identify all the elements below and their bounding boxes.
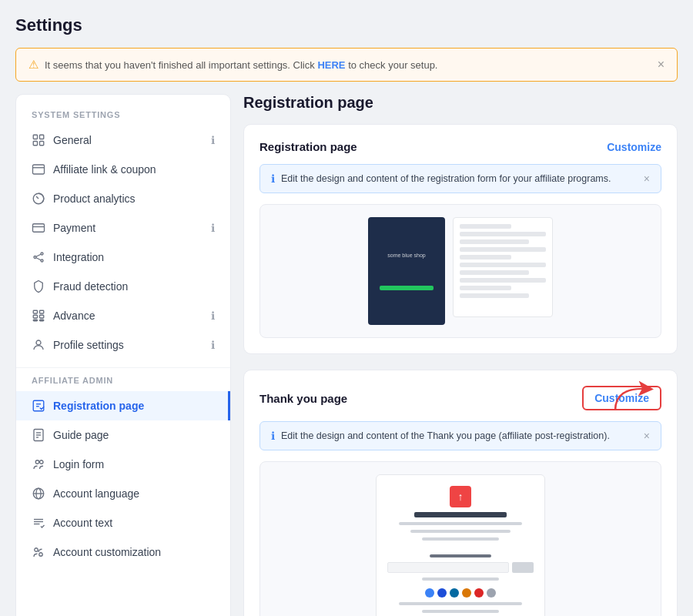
alert-message: It seems that you haven't finished all i… (45, 59, 437, 71)
sidebar-item-label: Profile settings (53, 339, 124, 351)
sidebar-item-label: Account text (53, 517, 112, 529)
sidebar-item-label: Login form (53, 458, 104, 470)
svg-rect-1 (40, 135, 44, 139)
sidebar-item-registration-page[interactable]: Registration page (16, 391, 230, 420)
sidebar-item-profile-settings[interactable]: Profile settings ℹ (16, 330, 230, 360)
sidebar-item-label: General (53, 134, 92, 146)
guide-page-icon (32, 428, 45, 442)
svg-rect-17 (40, 315, 44, 318)
info-icon: ℹ (211, 134, 215, 146)
svg-rect-18 (33, 320, 37, 321)
reg-logo-text: some blue shop (387, 253, 425, 258)
registration-card-title: Registration page (259, 140, 357, 153)
sidebar-item-label: Account language (53, 487, 139, 500)
alert-close-button[interactable]: × (658, 58, 665, 72)
registration-info-text: Edit the design and content of the regis… (281, 173, 611, 184)
svg-point-11 (41, 259, 43, 262)
registration-page-card: Registration page Customize ℹ Edit the d… (243, 124, 678, 354)
reg-green-bar (380, 286, 434, 290)
ty-red-icon: ↑ (450, 486, 471, 507)
registration-page-icon (32, 399, 45, 413)
info-icon: ℹ (211, 310, 215, 322)
info-circle-icon: ℹ (271, 172, 275, 185)
svg-line-13 (36, 258, 41, 260)
sidebar-item-integration[interactable]: Integration (16, 243, 230, 272)
sidebar-divider (16, 367, 230, 368)
thankyou-preview-area: ↑ (259, 461, 661, 616)
info-icon: ℹ (211, 222, 215, 234)
sidebar-item-account-customization[interactable]: Account customization (16, 537, 230, 567)
affiliate-link-icon (32, 162, 45, 176)
info-icon: ℹ (211, 339, 215, 351)
main-layout: SYSTEM SETTINGS General ℹ Affiliate link… (15, 94, 678, 616)
profile-settings-icon (32, 338, 45, 352)
svg-point-37 (39, 553, 43, 557)
sidebar-item-label: Advance (53, 310, 95, 322)
sidebar-item-label: Fraud detection (53, 280, 128, 293)
svg-point-29 (40, 460, 44, 464)
svg-rect-4 (33, 165, 45, 174)
reg-preview-dark-panel: some blue shop (368, 217, 445, 325)
thankyou-preview: ↑ (260, 462, 661, 616)
integration-icon (32, 250, 45, 264)
registration-preview-area: some blue shop (259, 204, 661, 338)
payment-icon (32, 221, 45, 235)
alert-banner: ⚠ It seems that you haven't finished all… (15, 48, 678, 82)
sidebar-item-payment[interactable]: Payment ℹ (16, 213, 230, 243)
reg-preview-form (453, 217, 553, 317)
svg-rect-19 (40, 320, 44, 321)
warning-icon: ⚠ (28, 58, 38, 72)
registration-preview: some blue shop (260, 205, 661, 337)
registration-info-close-button[interactable]: × (644, 172, 650, 185)
registration-info-banner: ℹ Edit the design and content of the reg… (259, 164, 661, 193)
svg-point-36 (35, 548, 38, 552)
sidebar-item-guide-page[interactable]: Guide page (16, 420, 230, 450)
sidebar-item-label: Payment (53, 222, 95, 234)
thankyou-info-close-button[interactable]: × (644, 430, 650, 442)
page-title: Settings (15, 15, 678, 35)
svg-rect-16 (33, 315, 37, 318)
sidebar-item-affiliate-link[interactable]: Affiliate link & coupon (16, 155, 230, 184)
sidebar-item-account-language[interactable]: Account language (16, 479, 230, 508)
sidebar-item-label: Registration page (53, 400, 144, 412)
ty-preview-card: ↑ (376, 474, 545, 616)
svg-rect-21 (33, 400, 44, 411)
sidebar-item-fraud-detection[interactable]: Fraud detection (16, 272, 230, 301)
login-form-icon (32, 457, 45, 471)
sidebar-item-label: Product analytics (53, 192, 136, 205)
fraud-detection-icon (32, 280, 45, 293)
general-icon (32, 133, 45, 147)
svg-rect-15 (40, 310, 44, 313)
sidebar-item-label: Account customization (53, 546, 161, 558)
info-circle-icon-2: ℹ (271, 430, 275, 442)
sidebar-item-account-text[interactable]: Account text (16, 508, 230, 537)
thankyou-info-text: Edit the design and content of the Thank… (281, 430, 610, 441)
content-header: Registration page (243, 94, 678, 112)
registration-customize-button[interactable]: Customize (607, 141, 661, 153)
svg-point-28 (35, 460, 39, 464)
thankyou-page-card: Thank you page Customize ℹ Edit the desi… (243, 370, 678, 616)
advance-icon (32, 309, 45, 323)
sidebar: SYSTEM SETTINGS General ℹ Affiliate link… (15, 94, 231, 616)
product-analytics-icon (32, 192, 45, 206)
sidebar-item-general[interactable]: General ℹ (16, 126, 230, 155)
svg-point-10 (41, 253, 43, 255)
content-area: Registration page Registration page Cust… (243, 94, 678, 616)
sidebar-item-login-form[interactable]: Login form (16, 450, 230, 479)
svg-rect-3 (40, 142, 44, 146)
sidebar-item-product-analytics[interactable]: Product analytics (16, 184, 230, 213)
alert-link[interactable]: HERE (317, 59, 345, 71)
svg-rect-14 (33, 310, 37, 313)
account-language-icon (32, 487, 45, 500)
thankyou-card-title: Thank you page (259, 392, 347, 405)
sidebar-item-advance[interactable]: Advance ℹ (16, 301, 230, 330)
svg-point-20 (36, 340, 41, 345)
arrow-annotation (608, 380, 669, 418)
affiliate-admin-section-title: AFFILIATE ADMIN (16, 376, 230, 391)
svg-rect-2 (33, 142, 37, 146)
svg-rect-7 (33, 224, 45, 233)
sidebar-item-label: Integration (53, 251, 104, 263)
sidebar-item-label: Guide page (53, 429, 109, 441)
svg-line-12 (36, 254, 41, 256)
system-settings-section-title: SYSTEM SETTINGS (16, 110, 230, 126)
